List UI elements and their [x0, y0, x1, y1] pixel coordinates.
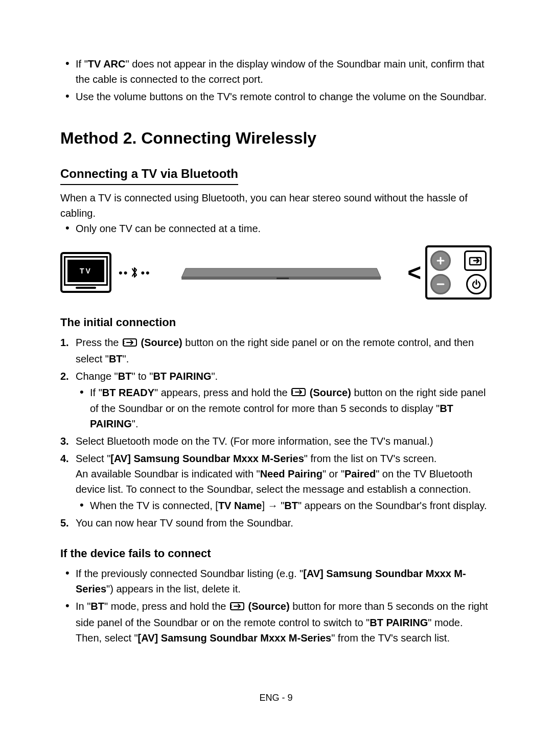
text: If the previously connected Soundbar lis…: [76, 568, 303, 579]
fail-title: If the device fails to connect: [60, 545, 492, 562]
soundbar-illustration: [158, 264, 404, 281]
text: Change ": [76, 371, 118, 382]
tv-label: TV: [64, 256, 108, 286]
text: " to ": [131, 371, 153, 382]
text: An available Soundbar is indicated with …: [76, 468, 260, 479]
bold-text: BT PAIRING: [370, 617, 428, 628]
dots: ••: [119, 264, 128, 281]
step-2: 2. Change "BT" to "BT PAIRING". If "BT R…: [76, 369, 492, 432]
source-label: (Source): [310, 387, 351, 398]
text: Select ": [76, 453, 110, 464]
tv-illustration: TV: [60, 252, 111, 293]
source-label: (Source): [248, 601, 290, 612]
source-icon: [230, 600, 244, 615]
text: Press the: [76, 337, 122, 348]
bold-text: TV ARC: [88, 58, 126, 70]
text: " appears, press and hold the: [154, 387, 290, 398]
bold-text: [AV] Samsung Soundbar Mxxx M-Series: [110, 453, 304, 464]
step-4-sub-bullet: When the TV is connected, [TV Name] → "B…: [90, 498, 492, 513]
source-label: (Source): [141, 337, 182, 348]
fail-bullet-1: If the previously connected Soundbar lis…: [76, 566, 492, 597]
fail-bullet-2: In "BT" mode, press and hold the (Source…: [76, 599, 492, 646]
dots: ••: [141, 264, 150, 281]
callout-caret: <: [407, 267, 421, 279]
plus-icon: [436, 256, 445, 265]
text: " from the list on TV's screen.: [304, 453, 437, 464]
soundbar-control-panel: [425, 245, 492, 300]
text: ") appears in the list, delete it.: [106, 583, 241, 594]
step-4-sub: When the TV is connected, [TV Name] → "B…: [76, 498, 492, 513]
step-4: 4. Select "[AV] Samsung Soundbar Mxxx M-…: [76, 451, 492, 513]
tv-stand: [76, 287, 96, 289]
step-3: 3. Select Bluetooth mode on the TV. (For…: [76, 433, 492, 449]
svg-rect-1: [277, 278, 289, 279]
text: Only one TV can be connected at a time.: [76, 223, 261, 234]
bold-text: BT PAIRING: [153, 371, 211, 382]
subsection-bullet: Only one TV can be connected at a time.: [76, 221, 492, 236]
text: If ": [76, 58, 88, 70]
source-icon: [291, 385, 306, 401]
text: " does not appear in the display window …: [76, 58, 484, 85]
subsection-bullet-list: Only one TV can be connected at a time.: [60, 221, 492, 236]
initial-connection-title: The initial connection: [60, 314, 492, 331]
bluetooth-signal: •• ••: [119, 264, 151, 281]
text: " mode.: [428, 617, 463, 628]
subsection-title: Connecting a TV via Bluetooth: [60, 165, 238, 185]
text: When the TV is connected, [: [90, 500, 218, 511]
text: If ": [90, 387, 102, 398]
text: In ": [76, 601, 90, 612]
source-icon: [123, 336, 137, 351]
step-2-sub-bullet: If "BT READY" appears, press and hold th…: [90, 385, 492, 432]
intro-bullet-1: If "TV ARC" does not appear in the displ…: [76, 56, 492, 87]
text: ] → ": [262, 500, 284, 511]
bold-text: BT READY: [102, 387, 154, 398]
text: " appears on the Soundbar's front displa…: [298, 500, 487, 511]
bold-text: BT: [118, 371, 132, 382]
source-icon: [469, 255, 482, 266]
text: ".: [123, 353, 129, 364]
page-number: ENG - 9: [0, 691, 552, 705]
connection-diagram: TV •• •• <: [60, 245, 492, 300]
bold-text: TV Name: [218, 500, 262, 511]
bluetooth-icon: [130, 266, 139, 279]
text: Use the volume buttons on the TV's remot…: [76, 91, 487, 102]
bold-text: BT: [109, 353, 123, 364]
power-button: [466, 274, 487, 294]
volume-up-button: [430, 250, 451, 271]
bold-text: Paired: [344, 468, 376, 479]
step-5: 5. You can now hear TV sound from the So…: [76, 515, 492, 531]
text: ".: [132, 418, 139, 429]
initial-connection-steps: 1. Press the (Source) button on the righ…: [60, 335, 492, 531]
bold-text: BT: [90, 601, 104, 612]
text: ".: [211, 371, 218, 382]
text: You can now hear TV sound from the Sound…: [76, 517, 293, 529]
method-title: Method 2. Connecting Wirelessly: [60, 126, 492, 150]
step-1: 1. Press the (Source) button on the righ…: [76, 335, 492, 366]
text: Select Bluetooth mode on the TV. (For mo…: [76, 436, 433, 447]
source-button: [464, 250, 487, 271]
volume-down-button: [430, 274, 451, 294]
bold-text: [AV] Samsung Soundbar Mxxx M-Series: [138, 632, 332, 644]
text: " from the TV's search list.: [331, 632, 450, 644]
text: Then, select ": [76, 632, 138, 644]
text: " mode, press and hold the: [104, 601, 229, 612]
step-2-sub: If "BT READY" appears, press and hold th…: [76, 385, 492, 432]
text: " or ": [323, 468, 344, 479]
bold-text: BT: [284, 500, 298, 511]
fail-bullets: If the previously connected Soundbar lis…: [60, 566, 492, 646]
minus-icon: [436, 280, 445, 289]
intro-bullet-list: If "TV ARC" does not appear in the displ…: [60, 56, 492, 104]
intro-bullet-2: Use the volume buttons on the TV's remot…: [76, 89, 492, 104]
power-icon: [471, 279, 481, 289]
bold-text: Need Pairing: [260, 468, 323, 479]
subsection-desc: When a TV is connected using Bluetooth, …: [60, 190, 492, 221]
